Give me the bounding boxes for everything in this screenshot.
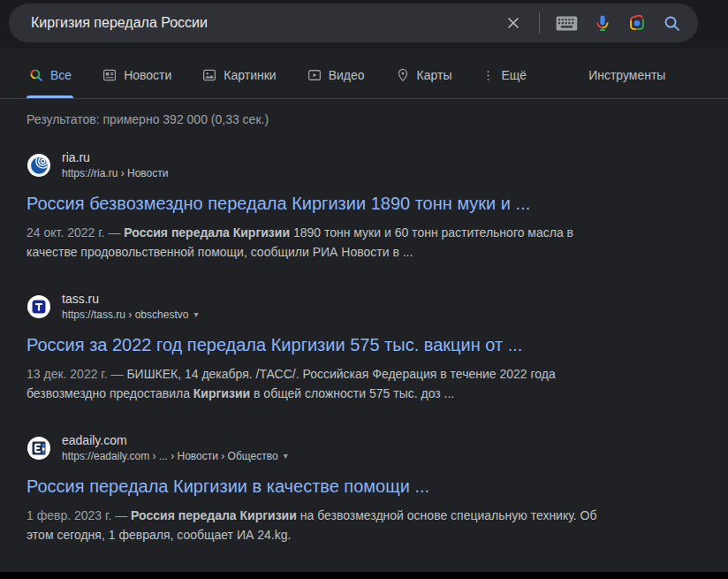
search-result: eadaily.com https://eadaily.com › ... › … [27, 432, 728, 545]
video-icon [307, 67, 322, 83]
result-type-bar: Все Новости Картинки Видео Карты Ещё Инс… [0, 49, 728, 99]
result-snippet: 1 февр. 2023 г. — Россия передала Киргиз… [27, 506, 599, 545]
search-result: ria.ru https://ria.ru › Новости ▾ Россия… [27, 149, 728, 262]
breadcrumb-dropdown-icon[interactable]: ▾ [193, 308, 198, 322]
maps-icon [395, 67, 411, 83]
images-icon [201, 67, 217, 83]
result-site-link[interactable]: eadaily.com https://eadaily.com › ... › … [27, 432, 288, 463]
search-bar[interactable] [9, 4, 698, 42]
more-icon [482, 69, 495, 82]
eadaily-favicon [27, 436, 51, 461]
tab-all[interactable]: Все [27, 49, 73, 98]
tab-videos[interactable]: Видео [305, 49, 367, 98]
result-snippet: 13 дек. 2022 г. — БИШКЕК, 14 декабря. /Т… [27, 364, 599, 403]
search-icon[interactable] [658, 10, 686, 37]
tab-label: Карты [417, 68, 452, 82]
result-site-link[interactable]: tass.ru https://tass.ru › obschestvo ▾ [27, 291, 198, 322]
site-breadcrumb: https://eadaily.com › ... › Новости › Об… [62, 449, 288, 463]
search-header [0, 0, 728, 49]
keyboard-icon[interactable] [552, 12, 581, 34]
search-colored-icon [28, 67, 44, 83]
tass-favicon [27, 294, 51, 319]
tab-label: Все [50, 68, 72, 82]
result-title-link[interactable]: Россия безвозмездно передала Киргизии 18… [27, 192, 530, 215]
mic-icon[interactable] [589, 10, 616, 36]
results-stats: Результатов: примерно 392 000 (0,33 сек.… [0, 99, 728, 126]
clear-icon[interactable] [500, 10, 527, 36]
search-input[interactable] [29, 14, 500, 32]
site-domain: eadaily.com [62, 432, 288, 448]
bottom-bar [0, 572, 728, 579]
tab-label: Ещё [501, 68, 527, 82]
search-result: tass.ru https://tass.ru › obschestvo ▾ Р… [27, 291, 728, 403]
ria-favicon [27, 153, 51, 178]
result-title-link[interactable]: Россия за 2022 год передала Киргизии 575… [27, 333, 522, 356]
tab-more[interactable]: Ещё [480, 50, 528, 97]
site-domain: ria.ru [62, 149, 168, 165]
site-breadcrumb: https://tass.ru › obschestvo ▾ [62, 308, 198, 322]
tab-images[interactable]: Картинки [200, 49, 277, 98]
tab-maps[interactable]: Карты [393, 49, 454, 98]
breadcrumb-dropdown-icon[interactable]: ▾ [284, 449, 288, 463]
lens-icon[interactable] [624, 10, 650, 36]
tab-news[interactable]: Новости [100, 49, 173, 98]
site-domain: tass.ru [62, 291, 198, 307]
result-site-link[interactable]: ria.ru https://ria.ru › Новости ▾ [27, 149, 168, 180]
site-breadcrumb: https://ria.ru › Новости ▾ [62, 166, 168, 180]
results-list: ria.ru https://ria.ru › Новости ▾ Россия… [0, 126, 728, 545]
search-divider [539, 12, 540, 34]
news-icon [102, 67, 118, 83]
tab-label: Видео [329, 68, 365, 82]
tools-button[interactable]: Инструменты [588, 50, 665, 97]
result-tabs: Все Новости Картинки Видео Карты Ещё [27, 49, 528, 98]
result-title-link[interactable]: Россия передала Киргизии в качестве помо… [27, 475, 429, 498]
result-snippet: 24 окт. 2022 г. — Россия передала Киргиз… [27, 223, 599, 262]
search-bar-actions [500, 10, 686, 37]
tab-label: Картинки [224, 68, 276, 82]
tab-label: Новости [124, 68, 171, 82]
